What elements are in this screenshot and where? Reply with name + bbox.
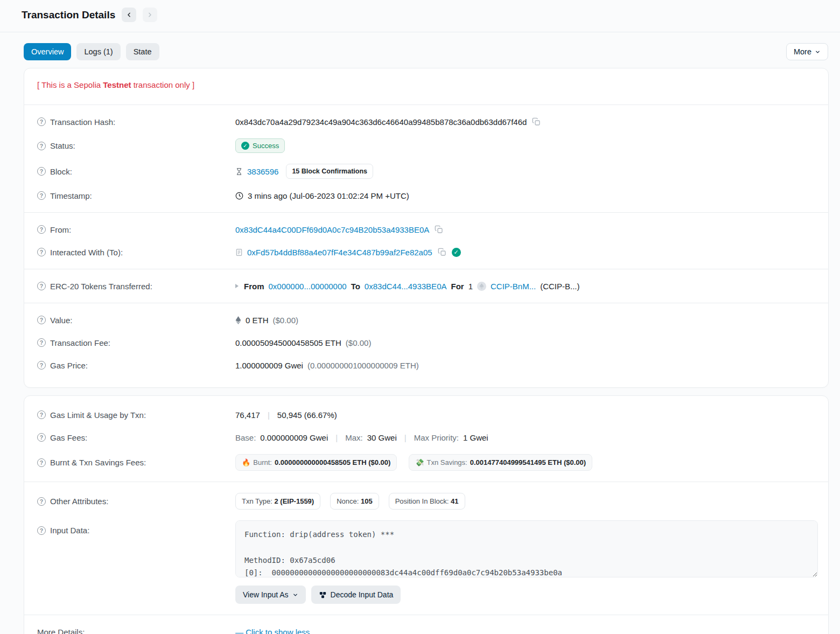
max-fee-label: Max: (345, 433, 363, 442)
help-icon[interactable]: ? (37, 410, 46, 419)
copy-to-address-button[interactable] (437, 247, 447, 257)
help-icon[interactable]: ? (37, 282, 46, 290)
tabs: Overview Logs (1) State (24, 43, 159, 60)
transfer-to-label: To (351, 282, 360, 291)
list-bullet-icon (235, 284, 239, 288)
other-attributes-label: Other Attributes: (50, 497, 108, 506)
erc20-transfers-row: ? ERC-20 Tokens Transferred: From 0x0000… (37, 275, 815, 297)
transaction-hash-row: ? Transaction Hash: 0x843dc70a4a29d79234… (37, 110, 815, 133)
testnet-notice: [ This is a Sepolia Testnet transaction … (37, 79, 815, 99)
transfer-from-label: From (244, 282, 264, 291)
input-data-textarea[interactable]: Function: drip(address token) *** Method… (235, 520, 818, 577)
block-row: ? Block: 3836596 15 Block Confirmations (37, 158, 815, 184)
input-data-actions: View Input As Decode Input Data (235, 586, 818, 604)
separator: | (264, 410, 273, 420)
help-icon[interactable]: ? (37, 248, 46, 256)
gas-price-row: ? Gas Price: 1.000000009 Gwei (0.0000000… (37, 354, 815, 377)
next-transaction-button[interactable] (143, 8, 157, 22)
txn-savings-label: Txn Savings: (427, 458, 467, 466)
value-label: Value: (50, 316, 72, 325)
divider (24, 104, 828, 105)
timestamp-value: 3 mins ago (Jul-06-2023 01:02:24 PM +UTC… (248, 191, 409, 200)
help-icon[interactable]: ? (37, 225, 46, 234)
token-name-link[interactable]: CCIP-BnM... (491, 282, 536, 291)
fire-icon: 🔥 (242, 458, 250, 466)
base-fee-label: Base: (235, 433, 256, 442)
gas-limit-row: ? Gas Limit & Usage by Txn: 76,417 | 50,… (37, 403, 815, 426)
decode-blocks-icon (319, 591, 327, 599)
position-in-block-badge: Position In Block: 41 (389, 493, 465, 510)
status-label: Status: (50, 141, 75, 150)
transfer-for-label: For (451, 282, 464, 291)
txn-savings-value: 0.001477404999541495 ETH ($0.00) (470, 458, 586, 466)
check-icon: ✓ (241, 142, 249, 150)
interacted-with-address-link[interactable]: 0xFd57b4ddBf88a4e07fF4e34C487b99af2Fe82a… (247, 248, 432, 257)
copy-icon (438, 248, 446, 256)
gas-fees-row: ? Gas Fees: Base: 0.000000009 Gwei | Max… (37, 426, 815, 449)
gas-limit-label: Gas Limit & Usage by Txn: (50, 410, 146, 420)
from-label: From: (50, 225, 71, 234)
help-icon[interactable]: ? (37, 458, 46, 467)
timestamp-label: Timestamp: (50, 191, 92, 200)
help-icon[interactable]: ? (37, 142, 46, 150)
help-icon[interactable]: ? (37, 526, 46, 535)
hourglass-icon (235, 168, 243, 176)
help-icon[interactable]: ? (37, 316, 46, 324)
from-address-link[interactable]: 0x83dC44a4C00DFf69d0A0c7c94B20b53a4933BE… (235, 225, 429, 234)
testnet-notice-bold: Testnet (103, 80, 131, 89)
status-value: Success (253, 142, 279, 150)
copy-from-address-button[interactable] (433, 224, 444, 235)
verified-check-icon: ✓ (452, 248, 461, 257)
view-input-as-button[interactable]: View Input As (235, 586, 306, 604)
more-dropdown-button[interactable]: More (786, 43, 828, 60)
show-less-link[interactable]: — Click to show less (235, 628, 310, 634)
divider (24, 212, 828, 213)
help-icon[interactable]: ? (37, 338, 46, 347)
copy-transaction-hash-button[interactable] (531, 116, 542, 127)
clock-icon (235, 192, 243, 200)
transaction-fee-label: Transaction Fee: (50, 338, 110, 347)
more-label: More (794, 47, 811, 56)
help-icon[interactable]: ? (37, 433, 46, 442)
nonce-badge: Nonce: 105 (330, 493, 379, 510)
transfer-from-address-link[interactable]: 0x000000...00000000 (269, 282, 347, 291)
help-icon[interactable]: ? (37, 191, 46, 200)
transaction-hash-value: 0x843dc70a4a29d79234c49a904c363d6c46640a… (235, 117, 527, 127)
from-row: ? From: 0x83dC44a4C00DFf69d0A0c7c94B20b5… (37, 218, 815, 241)
minus-icon: — (235, 628, 243, 634)
chevron-down-icon (292, 592, 298, 598)
max-priority-label: Max Priority: (414, 433, 459, 442)
page-title: Transaction Details (22, 9, 115, 21)
help-icon[interactable]: ? (37, 497, 46, 506)
eth-icon (235, 316, 241, 324)
value-usd: ($0.00) (273, 316, 299, 325)
previous-transaction-button[interactable] (122, 8, 136, 22)
burnt-savings-label: Burnt & Txn Savings Fees: (50, 458, 146, 467)
status-badge: ✓ Success (235, 138, 285, 153)
burnt-label: Burnt: (253, 458, 272, 466)
burnt-savings-row: ? Burnt & Txn Savings Fees: 🔥 Burnt: 0.0… (37, 449, 815, 476)
help-icon[interactable]: ? (37, 167, 46, 176)
block-confirmations-badge: 15 Block Confirmations (286, 164, 373, 179)
transfer-to-address-link[interactable]: 0x83dC44...4933BE0A (365, 282, 447, 291)
help-icon[interactable]: ? (37, 361, 46, 370)
separator: | (332, 433, 341, 442)
gas-price-label: Gas Price: (50, 361, 88, 370)
gas-price-amount: 1.000000009 Gwei (235, 361, 303, 370)
interacted-with-label: Interacted With (To): (50, 248, 123, 257)
value-amount: 0 ETH (246, 316, 269, 325)
separator: | (401, 433, 410, 442)
tab-logs[interactable]: Logs (1) (76, 43, 120, 60)
help-icon[interactable]: ? (37, 117, 46, 126)
transaction-fee-row: ? Transaction Fee: 0.000050945000458505 … (37, 331, 815, 354)
divider (24, 269, 828, 269)
gas-price-eth: (0.000000001000000009 ETH) (307, 361, 419, 370)
tab-state[interactable]: State (126, 43, 159, 60)
block-label: Block: (50, 167, 72, 176)
decode-input-data-button[interactable]: Decode Input Data (311, 586, 401, 604)
chevron-right-icon (146, 11, 153, 18)
gas-usage-value: 50,945 (66.67%) (277, 410, 337, 420)
tab-overview[interactable]: Overview (24, 43, 71, 60)
block-number-link[interactable]: 3836596 (247, 167, 278, 176)
burnt-fee-badge: 🔥 Burnt: 0.000000000000458505 ETH ($0.00… (235, 454, 397, 471)
